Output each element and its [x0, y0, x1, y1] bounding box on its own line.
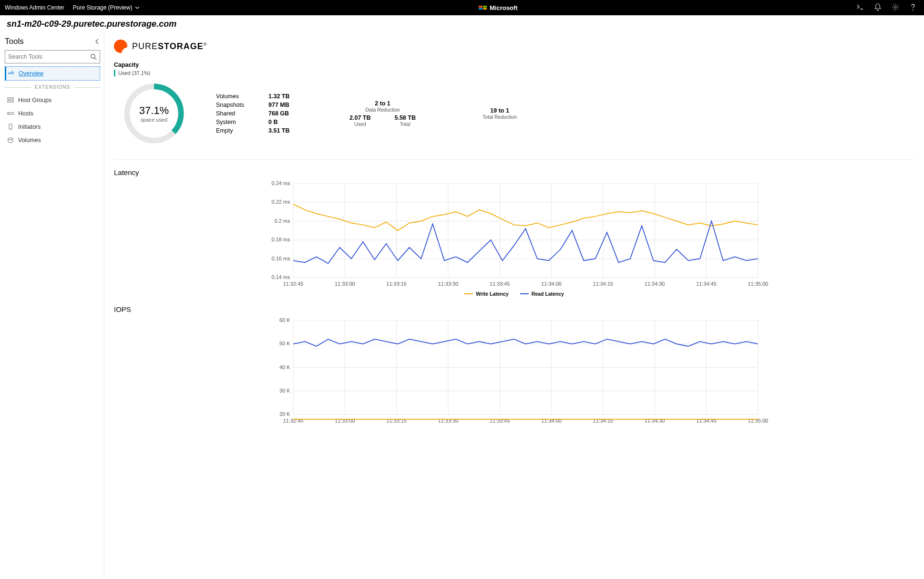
svg-rect-2	[8, 98, 13, 99]
search-icon	[90, 53, 97, 60]
crumb-label: Pure Storage (Preview)	[73, 4, 133, 11]
total-reduction-block: 19 to 1 Total Reduction	[483, 107, 517, 120]
sidebar-item-overview[interactable]: Overview	[5, 66, 100, 81]
svg-text:0.14 ms: 0.14 ms	[272, 274, 290, 280]
capacity-table: Volumes1.32 TBSnapshots977 MBShared768 G…	[216, 92, 302, 135]
svg-point-8	[8, 138, 13, 140]
brand-reg: ®	[204, 42, 207, 47]
host-groups-icon	[7, 96, 14, 104]
svg-rect-3	[8, 101, 13, 102]
donut-label: space used	[141, 117, 167, 123]
sidebar-item-host-groups[interactable]: Host Groups	[5, 93, 100, 107]
brand-bold: STORAGE	[158, 41, 204, 51]
svg-text:30 K: 30 K	[279, 388, 290, 393]
svg-text:0.16 ms: 0.16 ms	[272, 256, 290, 261]
notifications-icon[interactable]	[874, 3, 881, 12]
microsoft-label: Microsoft	[490, 4, 518, 11]
sidebar-item-initiators[interactable]: Initiators	[5, 120, 100, 134]
svg-text:20 K: 20 K	[279, 411, 290, 417]
svg-text:11:35:00: 11:35:00	[748, 281, 768, 287]
capacity-donut: 37.1% space used	[121, 80, 187, 147]
chevron-down-icon	[135, 5, 140, 10]
sidebar-item-label: Overview	[19, 70, 43, 77]
svg-point-7	[10, 128, 10, 129]
svg-rect-4	[8, 113, 13, 114]
capacity-legend: Used (37.1%)	[114, 70, 914, 76]
search-input[interactable]	[8, 53, 90, 60]
brand-header: PURESTORAGE®	[114, 37, 914, 62]
svg-text:60 K: 60 K	[279, 317, 290, 323]
latency-legend: Write Latency Read Latency	[114, 291, 914, 297]
gear-icon[interactable]	[892, 3, 899, 12]
initiators-icon	[7, 123, 14, 131]
sidebar: Tools Overview EXTENSIONS Host Groups Ho…	[0, 32, 104, 578]
overview-icon	[7, 70, 15, 77]
purestorage-logo-icon	[114, 40, 127, 53]
iops-chart-title: IOPS	[114, 305, 914, 313]
svg-text:0.24 ms: 0.24 ms	[272, 180, 290, 186]
sidebar-item-label: Host Groups	[18, 97, 51, 103]
svg-text:11:32:45: 11:32:45	[283, 281, 304, 287]
svg-text:11:33:30: 11:33:30	[438, 281, 459, 287]
brand-light: PURE	[132, 41, 158, 51]
microsoft-logo-icon	[479, 6, 487, 10]
latency-chart: 0.14 ms0.16 ms0.18 ms0.2 ms0.22 ms0.24 m…	[116, 179, 914, 289]
svg-text:11:34:00: 11:34:00	[541, 281, 562, 287]
svg-text:11:33:00: 11:33:00	[335, 281, 355, 287]
svg-text:50 K: 50 K	[279, 341, 290, 346]
latency-chart-title: Latency	[114, 168, 914, 176]
data-reduction-block: 2 to 1 Data Reduction 2.07 TBUsed 5.58 T…	[349, 100, 416, 127]
help-icon[interactable]	[910, 3, 916, 12]
sidebar-item-label: Hosts	[18, 110, 33, 117]
console-icon[interactable]	[856, 4, 864, 12]
svg-text:11:33:45: 11:33:45	[490, 281, 510, 287]
volumes-icon	[7, 136, 14, 144]
donut-percent: 37.1%	[139, 104, 169, 117]
capacity-heading: Capacity	[114, 62, 914, 68]
search-input-wrapper[interactable]	[5, 50, 100, 63]
page-title: sn1-m20-c09-29.puretec.purestorage.com	[0, 15, 924, 32]
svg-text:11:34:45: 11:34:45	[696, 281, 717, 287]
hosts-icon	[7, 110, 14, 117]
breadcrumb[interactable]: Pure Storage (Preview)	[73, 4, 140, 11]
svg-text:0.22 ms: 0.22 ms	[272, 199, 290, 205]
sidebar-separator: EXTENSIONS	[5, 84, 100, 90]
sidebar-item-label: Volumes	[18, 137, 41, 144]
svg-text:0.18 ms: 0.18 ms	[272, 237, 290, 242]
svg-point-1	[91, 54, 95, 58]
svg-text:11:34:30: 11:34:30	[645, 281, 665, 287]
sidebar-item-hosts[interactable]: Hosts	[5, 107, 100, 120]
topbar: Windows Admin Center Pure Storage (Previ…	[0, 0, 924, 15]
sidebar-item-label: Initiators	[18, 124, 41, 130]
sidebar-title: Tools	[5, 37, 24, 46]
svg-text:11:33:15: 11:33:15	[386, 281, 407, 287]
app-name[interactable]: Windows Admin Center	[5, 4, 64, 11]
collapse-icon[interactable]	[94, 38, 100, 45]
iops-chart: 20 K30 K40 K50 K60 K11:32:4511:33:0011:3…	[116, 316, 914, 426]
svg-text:0.2 ms: 0.2 ms	[275, 218, 290, 224]
svg-text:40 K: 40 K	[279, 364, 290, 370]
svg-rect-6	[9, 124, 12, 129]
sidebar-item-volumes[interactable]: Volumes	[5, 134, 100, 147]
main-content[interactable]: PURESTORAGE® Capacity Used (37.1%) 37.1%…	[104, 32, 924, 578]
svg-point-5	[9, 113, 10, 114]
svg-text:11:34:15: 11:34:15	[593, 281, 614, 287]
svg-point-0	[894, 6, 896, 8]
